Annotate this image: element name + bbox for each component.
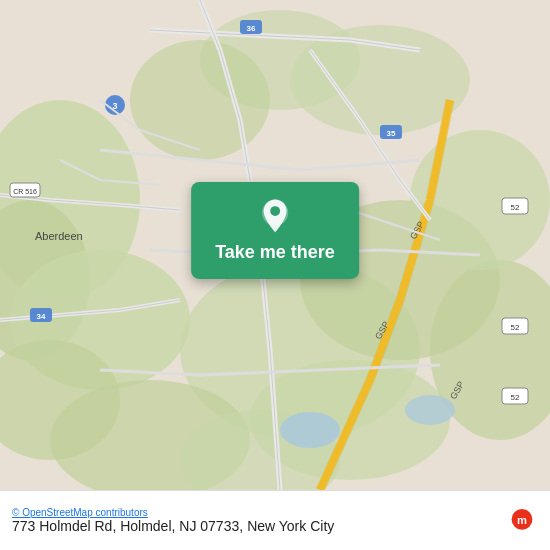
svg-text:Aberdeen: Aberdeen (35, 230, 83, 242)
svg-text:52: 52 (511, 203, 520, 212)
svg-text:52: 52 (511, 323, 520, 332)
osm-link[interactable]: © OpenStreetMap contributors (12, 507, 148, 518)
moovit-icon: m (506, 505, 538, 537)
address-row: 773 Holmdel Rd, Holmdel, NJ 07733, New Y… (12, 518, 334, 534)
moovit-logo[interactable]: m (506, 505, 538, 537)
popup-label: Take me there (215, 242, 335, 263)
svg-text:36: 36 (247, 24, 256, 33)
bottom-bar: © OpenStreetMap contributors 773 Holmdel… (0, 490, 550, 550)
address-text: 773 Holmdel Rd, Holmdel, NJ 07733, (12, 518, 243, 534)
svg-text:52: 52 (511, 393, 520, 402)
take-me-there-popup[interactable]: Take me there (191, 182, 359, 279)
svg-text:34: 34 (37, 312, 46, 321)
bottom-left-info: © OpenStreetMap contributors 773 Holmdel… (12, 507, 334, 534)
svg-text:35: 35 (387, 129, 396, 138)
map-container: GSP GSP GSP 36 35 CR 516 34 3 52 (0, 0, 550, 490)
location-pin-icon (257, 198, 293, 234)
svg-text:m: m (517, 514, 527, 526)
svg-point-11 (130, 40, 270, 160)
svg-point-16 (405, 395, 455, 425)
svg-point-15 (280, 412, 340, 448)
city-text: New York City (247, 518, 334, 534)
svg-point-38 (270, 206, 280, 216)
copyright-text: © OpenStreetMap contributors (12, 507, 334, 518)
svg-text:CR 516: CR 516 (13, 188, 37, 195)
